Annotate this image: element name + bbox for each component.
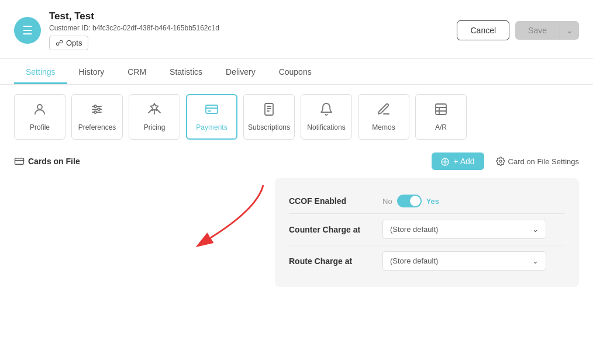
subscriptions-icon <box>262 102 276 120</box>
header-info: Test, Test Customer ID: b4fc3c2c-02df-43… <box>49 11 457 50</box>
route-charge-value: (Store default) ⌄ <box>382 251 565 271</box>
avatar: ☰ <box>14 17 41 44</box>
customer-id: Customer ID: b4fc3c2c-02df-438f-b464-165… <box>49 24 457 32</box>
card-settings-link[interactable]: Card on File Settings <box>496 157 579 166</box>
icon-tab-subscriptions[interactable]: Subscriptions <box>243 94 295 140</box>
add-button[interactable]: ⨁ + Add <box>432 152 484 170</box>
ccof-label: CCOF Enabled <box>289 196 382 206</box>
icon-tab-profile-label: Profile <box>30 123 50 131</box>
icon-tab-memos-label: Memos <box>372 123 395 131</box>
ccof-row: CCOF Enabled No Yes <box>289 189 565 213</box>
counter-charge-row: Counter Charge at (Store default) ⌄ <box>289 213 565 245</box>
tab-coupons[interactable]: Coupons <box>267 59 323 84</box>
tab-crm[interactable]: CRM <box>116 59 158 84</box>
card-settings-icon <box>496 157 505 166</box>
add-plus-icon: ⨁ <box>441 157 449 166</box>
icon-tab-notifications[interactable]: Notifications <box>301 94 352 140</box>
tab-delivery[interactable]: Delivery <box>214 59 267 84</box>
svg-rect-15 <box>15 158 24 165</box>
counter-charge-value: (Store default) ⌄ <box>382 220 565 239</box>
route-charge-chevron-icon: ⌄ <box>532 256 539 265</box>
tab-statistics[interactable]: Statistics <box>158 59 214 84</box>
tab-settings[interactable]: Settings <box>14 59 67 84</box>
toggle-yes-label: Yes <box>426 197 439 206</box>
icon-tab-preferences-label: Preferences <box>78 123 116 131</box>
ar-icon <box>434 102 448 120</box>
memos-icon <box>377 102 391 120</box>
section-header: Cards on File ⨁ + Add Card on File Setti… <box>14 152 579 170</box>
tab-history[interactable]: History <box>67 59 116 84</box>
section-title: Cards on File <box>14 156 80 167</box>
page-wrapper: ☰ Test, Test Customer ID: b4fc3c2c-02df-… <box>0 0 593 364</box>
payments-icon <box>205 102 219 120</box>
header-actions: Cancel Save ⌄ <box>457 20 579 40</box>
icon-tab-ar[interactable]: A/R <box>415 94 467 140</box>
save-btn-group: Save ⌄ <box>515 21 579 40</box>
tabs-bar: Settings History CRM Statistics Delivery… <box>0 59 593 85</box>
icon-tab-ar-label: A/R <box>435 123 447 131</box>
header: ☰ Test, Test Customer ID: b4fc3c2c-02df-… <box>0 0 593 59</box>
counter-charge-label: Counter Charge at <box>289 225 382 234</box>
cards-on-file-icon <box>14 156 25 167</box>
counter-charge-option: (Store default) <box>390 225 438 234</box>
svg-rect-4 <box>206 105 218 113</box>
opts-icon: ☍ <box>56 39 63 47</box>
icon-tab-memos[interactable]: Memos <box>358 94 409 140</box>
content-area: Cards on File ⨁ + Add Card on File Setti… <box>0 144 593 364</box>
icon-tab-pricing[interactable]: Pricing <box>129 94 180 140</box>
svg-rect-7 <box>265 103 273 115</box>
svg-point-0 <box>37 105 42 109</box>
pricing-icon <box>147 102 161 120</box>
toggle-no-label: No <box>382 197 392 206</box>
ccof-toggle-group: No Yes <box>382 195 565 207</box>
save-chevron-button[interactable]: ⌄ <box>560 21 579 40</box>
preferences-icon <box>90 102 104 120</box>
cancel-button[interactable]: Cancel <box>457 20 509 40</box>
icon-tab-subscriptions-label: Subscriptions <box>248 123 290 131</box>
icon-tabs-row: Profile Preferences Pricing Payments <box>0 85 593 144</box>
counter-charge-chevron-icon: ⌄ <box>532 225 539 234</box>
profile-icon <box>33 102 47 120</box>
settings-panel: CCOF Enabled No Yes Cou <box>275 178 579 287</box>
icon-tab-preferences[interactable]: Preferences <box>71 94 123 140</box>
counter-charge-dropdown[interactable]: (Store default) ⌄ <box>382 220 546 239</box>
svg-point-17 <box>499 160 502 162</box>
save-button[interactable]: Save <box>515 21 560 40</box>
customer-name: Test, Test <box>49 11 457 22</box>
avatar-icon: ☰ <box>22 23 33 37</box>
route-charge-dropdown[interactable]: (Store default) ⌄ <box>382 251 546 271</box>
notifications-icon <box>319 102 333 120</box>
icon-tab-notifications-label: Notifications <box>307 123 345 131</box>
toggle-group: No Yes <box>382 195 439 207</box>
route-charge-option: (Store default) <box>390 256 438 265</box>
ccof-toggle[interactable] <box>397 195 422 207</box>
route-charge-row: Route Charge at (Store default) ⌄ <box>289 245 565 276</box>
icon-tab-pricing-label: Pricing <box>144 123 166 131</box>
opts-button[interactable]: ☍ Opts <box>49 36 88 50</box>
svg-rect-11 <box>436 104 446 115</box>
icon-tab-payments[interactable]: Payments <box>186 94 237 140</box>
icon-tab-profile[interactable]: Profile <box>14 94 65 140</box>
icon-tab-payments-label: Payments <box>196 123 227 131</box>
route-charge-label: Route Charge at <box>289 256 382 266</box>
